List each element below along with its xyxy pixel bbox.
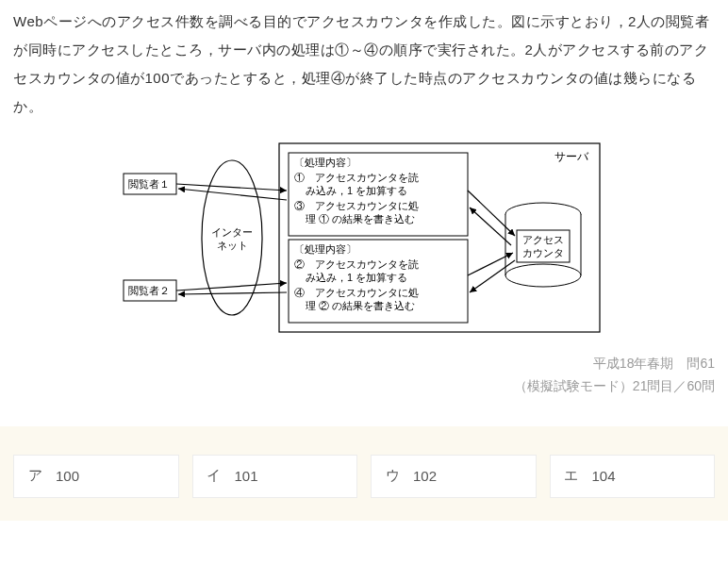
svg-point-9 [202,160,262,315]
answer-value: 104 [592,468,616,484]
proc2-l2: み込み，1 を加算する [306,272,407,284]
proc2-title: 〔処理内容〕 [294,243,356,255]
viewer1-label: 閲覧者１ [128,178,170,190]
answer-value: 101 [235,468,258,484]
answer-value: 100 [56,468,79,484]
diagram: サーバ 〔処理内容〕 ① アクセスカウンタを読 み込み，1 を加算する ③ アク… [13,134,715,341]
answer-option-i[interactable]: イ 101 [192,455,358,498]
answer-letter: イ [193,467,235,485]
proc1-title: 〔処理内容〕 [294,157,356,168]
counter-l2: カウンタ [522,247,564,258]
answer-letter: エ [551,467,592,485]
exam-mode: （模擬試験モード）21問目／60問 [0,375,715,398]
answer-option-u[interactable]: ウ 102 [371,455,537,498]
answer-options: ア 100 イ 101 ウ 102 エ 104 [0,426,728,521]
answer-letter: ア [14,467,56,485]
internet-l1: インター [211,226,253,238]
proc1-l3: ③ アクセスカウンタに処 [294,200,419,211]
proc1-l4: 理 ① の結果を書き込む [306,213,415,224]
viewer2-label: 閲覧者２ [128,285,170,296]
answer-option-e[interactable]: エ 104 [550,455,716,498]
answer-value: 102 [413,468,437,484]
answer-letter: ウ [372,467,413,485]
answer-option-a[interactable]: ア 100 [13,455,179,498]
server-label: サーバ [554,150,589,163]
exam-source: 平成18年春期 問61 [0,353,715,375]
internet-l2: ネット [217,240,248,251]
question-text: Webページへのアクセス件数を調べる目的でアクセスカウンタを作成した。図に示すと… [13,8,715,121]
proc1-l2: み込み，1 を加算する [306,185,407,197]
proc2-l1: ② アクセスカウンタを読 [294,258,419,270]
svg-point-7 [505,264,581,287]
proc2-l3: ④ アクセスカウンタに処 [294,287,419,298]
counter-l1: アクセス [522,234,564,245]
proc1-l1: ① アクセスカウンタを読 [294,172,419,183]
proc2-l4: 理 ② の結果を書き込む [306,300,415,311]
